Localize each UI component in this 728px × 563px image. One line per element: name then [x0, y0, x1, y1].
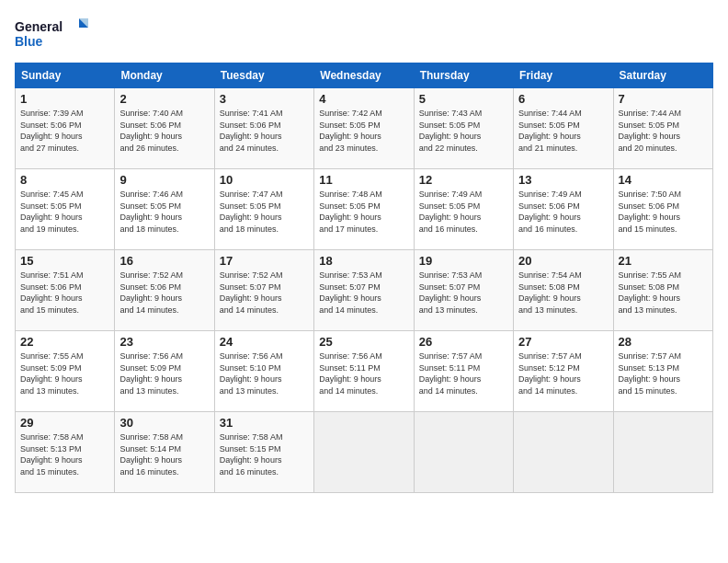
- day-info: Sunrise: 7:42 AM Sunset: 5:05 PM Dayligh…: [319, 109, 382, 153]
- day-cell: 19 Sunrise: 7:53 AM Sunset: 5:07 PM Dayl…: [414, 250, 513, 331]
- day-number: 6: [518, 92, 608, 106]
- svg-text:General: General: [15, 19, 63, 34]
- weekday-header-sunday: Sunday: [16, 63, 115, 88]
- day-info: Sunrise: 7:57 AM Sunset: 5:11 PM Dayligh…: [419, 351, 483, 396]
- day-info: Sunrise: 7:56 AM Sunset: 5:10 PM Dayligh…: [220, 351, 283, 396]
- day-cell: 3 Sunrise: 7:41 AM Sunset: 5:06 PM Dayli…: [214, 88, 313, 169]
- day-cell: 1 Sunrise: 7:39 AM Sunset: 5:06 PM Dayli…: [16, 88, 115, 169]
- day-cell: [514, 412, 613, 493]
- day-number: 22: [20, 335, 109, 349]
- day-cell: 20 Sunrise: 7:54 AM Sunset: 5:08 PM Dayl…: [514, 250, 613, 331]
- day-cell: 11 Sunrise: 7:48 AM Sunset: 5:05 PM Dayl…: [314, 169, 414, 250]
- day-number: 8: [20, 173, 109, 187]
- day-number: 4: [319, 92, 408, 106]
- day-info: Sunrise: 7:46 AM Sunset: 5:05 PM Dayligh…: [119, 190, 183, 234]
- svg-text:Blue: Blue: [15, 34, 43, 49]
- day-cell: 13 Sunrise: 7:49 AM Sunset: 5:06 PM Dayl…: [514, 169, 613, 250]
- day-info: Sunrise: 7:57 AM Sunset: 5:13 PM Dayligh…: [619, 351, 682, 396]
- day-info: Sunrise: 7:50 AM Sunset: 5:06 PM Dayligh…: [619, 190, 682, 234]
- day-cell: 24 Sunrise: 7:56 AM Sunset: 5:10 PM Dayl…: [214, 331, 313, 412]
- logo-svg: General Blue: [15, 15, 88, 53]
- day-number: 11: [319, 173, 408, 187]
- day-info: Sunrise: 7:58 AM Sunset: 5:15 PM Dayligh…: [220, 432, 283, 477]
- header: General Blue: [15, 15, 713, 53]
- week-row-2: 8 Sunrise: 7:45 AM Sunset: 5:05 PM Dayli…: [16, 169, 713, 250]
- calendar-table: SundayMondayTuesdayWednesdayThursdayFrid…: [15, 63, 713, 493]
- day-number: 9: [119, 173, 209, 187]
- day-cell: 8 Sunrise: 7:45 AM Sunset: 5:05 PM Dayli…: [16, 169, 115, 250]
- day-info: Sunrise: 7:55 AM Sunset: 5:09 PM Dayligh…: [20, 351, 84, 396]
- day-cell: 29 Sunrise: 7:58 AM Sunset: 5:13 PM Dayl…: [16, 412, 115, 493]
- day-number: 21: [619, 254, 708, 268]
- day-info: Sunrise: 7:54 AM Sunset: 5:08 PM Dayligh…: [518, 270, 582, 315]
- weekday-header-tuesday: Tuesday: [214, 63, 313, 88]
- day-info: Sunrise: 7:53 AM Sunset: 5:07 PM Dayligh…: [419, 270, 483, 315]
- day-info: Sunrise: 7:49 AM Sunset: 5:06 PM Dayligh…: [518, 190, 582, 234]
- weekday-header-row: SundayMondayTuesdayWednesdayThursdayFrid…: [16, 63, 713, 88]
- day-cell: 6 Sunrise: 7:44 AM Sunset: 5:05 PM Dayli…: [514, 88, 613, 169]
- day-number: 14: [619, 173, 708, 187]
- day-info: Sunrise: 7:53 AM Sunset: 5:07 PM Dayligh…: [319, 270, 382, 315]
- day-number: 17: [220, 254, 309, 268]
- day-number: 18: [319, 254, 408, 268]
- day-number: 10: [220, 173, 309, 187]
- day-cell: 12 Sunrise: 7:49 AM Sunset: 5:05 PM Dayl…: [414, 169, 513, 250]
- day-info: Sunrise: 7:43 AM Sunset: 5:05 PM Dayligh…: [419, 109, 483, 153]
- day-cell: [613, 412, 712, 493]
- day-number: 26: [419, 335, 508, 349]
- day-number: 31: [220, 416, 309, 430]
- day-cell: 4 Sunrise: 7:42 AM Sunset: 5:05 PM Dayli…: [314, 88, 414, 169]
- day-info: Sunrise: 7:57 AM Sunset: 5:12 PM Dayligh…: [518, 351, 582, 396]
- day-info: Sunrise: 7:58 AM Sunset: 5:14 PM Dayligh…: [119, 432, 183, 477]
- day-number: 7: [619, 92, 708, 106]
- day-info: Sunrise: 7:52 AM Sunset: 5:06 PM Dayligh…: [119, 270, 183, 315]
- day-info: Sunrise: 7:41 AM Sunset: 5:06 PM Dayligh…: [220, 109, 283, 153]
- day-info: Sunrise: 7:45 AM Sunset: 5:05 PM Dayligh…: [20, 190, 84, 234]
- day-cell: 17 Sunrise: 7:52 AM Sunset: 5:07 PM Dayl…: [214, 250, 313, 331]
- day-info: Sunrise: 7:44 AM Sunset: 5:05 PM Dayligh…: [518, 109, 582, 153]
- day-info: Sunrise: 7:56 AM Sunset: 5:11 PM Dayligh…: [319, 351, 382, 396]
- day-cell: [414, 412, 513, 493]
- day-cell: 22 Sunrise: 7:55 AM Sunset: 5:09 PM Dayl…: [16, 331, 115, 412]
- week-row-5: 29 Sunrise: 7:58 AM Sunset: 5:13 PM Dayl…: [16, 412, 713, 493]
- weekday-header-friday: Friday: [514, 63, 613, 88]
- day-info: Sunrise: 7:55 AM Sunset: 5:08 PM Dayligh…: [619, 270, 682, 315]
- day-info: Sunrise: 7:40 AM Sunset: 5:06 PM Dayligh…: [119, 109, 183, 153]
- day-cell: 31 Sunrise: 7:58 AM Sunset: 5:15 PM Dayl…: [214, 412, 313, 493]
- day-number: 30: [119, 416, 209, 430]
- day-cell: 9 Sunrise: 7:46 AM Sunset: 5:05 PM Dayli…: [115, 169, 214, 250]
- day-info: Sunrise: 7:47 AM Sunset: 5:05 PM Dayligh…: [220, 190, 283, 234]
- day-number: 27: [518, 335, 608, 349]
- day-cell: 23 Sunrise: 7:56 AM Sunset: 5:09 PM Dayl…: [115, 331, 214, 412]
- weekday-header-monday: Monday: [115, 63, 214, 88]
- week-row-4: 22 Sunrise: 7:55 AM Sunset: 5:09 PM Dayl…: [16, 331, 713, 412]
- day-number: 28: [619, 335, 708, 349]
- day-number: 25: [319, 335, 408, 349]
- day-number: 16: [119, 254, 209, 268]
- week-row-1: 1 Sunrise: 7:39 AM Sunset: 5:06 PM Dayli…: [16, 88, 713, 169]
- day-number: 1: [20, 92, 109, 106]
- day-number: 13: [518, 173, 608, 187]
- day-number: 15: [20, 254, 109, 268]
- day-cell: 14 Sunrise: 7:50 AM Sunset: 5:06 PM Dayl…: [613, 169, 712, 250]
- day-info: Sunrise: 7:44 AM Sunset: 5:05 PM Dayligh…: [619, 109, 682, 153]
- weekday-header-wednesday: Wednesday: [314, 63, 414, 88]
- day-number: 3: [220, 92, 309, 106]
- day-number: 20: [518, 254, 608, 268]
- day-number: 29: [20, 416, 109, 430]
- day-number: 12: [419, 173, 508, 187]
- day-cell: 2 Sunrise: 7:40 AM Sunset: 5:06 PM Dayli…: [115, 88, 214, 169]
- day-cell: 18 Sunrise: 7:53 AM Sunset: 5:07 PM Dayl…: [314, 250, 414, 331]
- day-cell: 5 Sunrise: 7:43 AM Sunset: 5:05 PM Dayli…: [414, 88, 513, 169]
- day-cell: 7 Sunrise: 7:44 AM Sunset: 5:05 PM Dayli…: [613, 88, 712, 169]
- day-cell: 15 Sunrise: 7:51 AM Sunset: 5:06 PM Dayl…: [16, 250, 115, 331]
- day-cell: 16 Sunrise: 7:52 AM Sunset: 5:06 PM Dayl…: [115, 250, 214, 331]
- day-number: 19: [419, 254, 508, 268]
- day-info: Sunrise: 7:56 AM Sunset: 5:09 PM Dayligh…: [119, 351, 183, 396]
- day-cell: 27 Sunrise: 7:57 AM Sunset: 5:12 PM Dayl…: [514, 331, 613, 412]
- day-number: 23: [119, 335, 209, 349]
- day-cell: 10 Sunrise: 7:47 AM Sunset: 5:05 PM Dayl…: [214, 169, 313, 250]
- day-cell: 25 Sunrise: 7:56 AM Sunset: 5:11 PM Dayl…: [314, 331, 414, 412]
- day-cell: 30 Sunrise: 7:58 AM Sunset: 5:14 PM Dayl…: [115, 412, 214, 493]
- day-info: Sunrise: 7:58 AM Sunset: 5:13 PM Dayligh…: [20, 432, 84, 477]
